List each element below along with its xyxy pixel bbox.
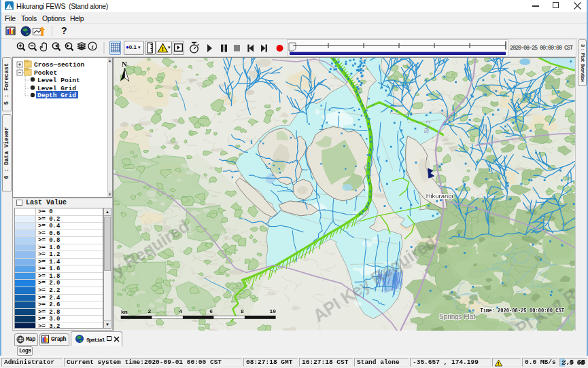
svg-text:8: 8	[241, 308, 244, 314]
svg-text:!: !	[498, 361, 499, 367]
svg-text:10: 10	[270, 308, 277, 314]
svg-text:Springs Flat: Springs Flat	[439, 313, 475, 320]
svg-text:i: i	[92, 43, 94, 50]
svg-text:Time: 2020-08-25 00:00:00 CST: Time: 2020-08-25 00:00:00 CST	[480, 307, 564, 314]
svg-text:Hikurangi: Hikurangi	[426, 193, 453, 200]
svg-text:!: !	[162, 45, 164, 52]
svg-text:N: N	[122, 60, 127, 68]
svg-text:Level Point: Level Point	[37, 77, 80, 84]
svg-text:Pocket: Pocket	[34, 69, 57, 77]
svg-text:4: 4	[179, 308, 182, 314]
svg-text:km: km	[121, 309, 128, 315]
svg-text:2: 2	[148, 308, 151, 314]
svg-text:Depth Grid: Depth Grid	[37, 92, 76, 99]
svg-text:Cross—section: Cross—section	[34, 61, 84, 69]
svg-text:6: 6	[209, 308, 213, 314]
